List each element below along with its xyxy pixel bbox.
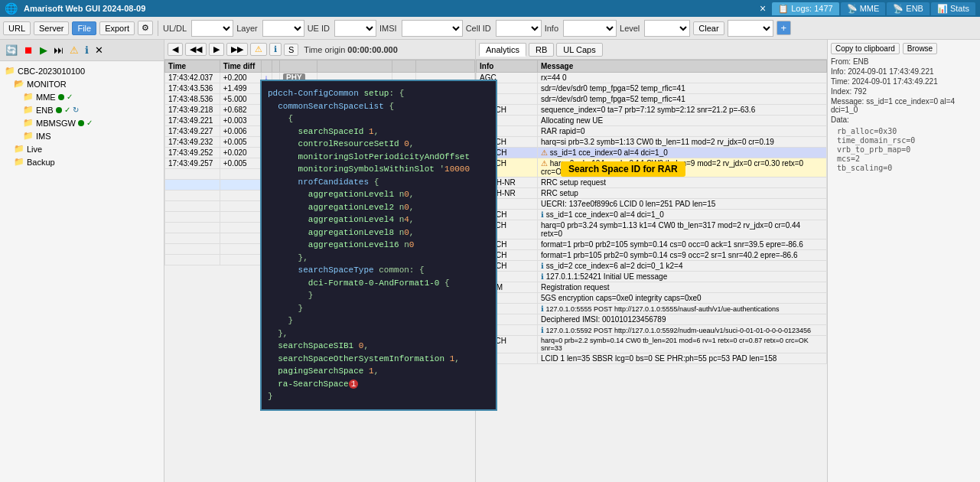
close-left-btn[interactable]: ✕ <box>93 44 106 57</box>
info-center-btn[interactable]: ℹ <box>269 43 282 56</box>
code-line: dci-Format0-0-AndFormat1-0 { <box>268 277 490 290</box>
add-btn[interactable]: + <box>777 21 792 35</box>
tree-item-mbmsgw[interactable]: 📁 MBMSGW ✓ <box>2 116 162 129</box>
tree-item-enb[interactable]: 📁 ENB ✓ ↻ <box>2 103 162 116</box>
tree-item-backup[interactable]: 📁 Backup <box>2 155 162 168</box>
level-select[interactable] <box>644 20 690 37</box>
code-line: monitoringSlotPeriodicityAndOffset <box>268 151 490 164</box>
tree-item-ims[interactable]: 📁 IMS <box>2 129 162 142</box>
list-item[interactable]: PDCCH ℹ ss_id=1 cce_index=0 al=4 dci=1_0 <box>477 210 827 220</box>
folder-icon: 📁 <box>23 92 34 102</box>
tab-mme[interactable]: 📡 MME <box>841 2 886 15</box>
prev2-btn[interactable]: ◀◀ <box>185 43 207 56</box>
info-btn[interactable]: ℹ <box>83 44 91 57</box>
clear-select[interactable] <box>728 20 773 37</box>
tab-analytics[interactable]: Analytics <box>479 43 526 57</box>
info-icon: ℹ <box>541 272 544 281</box>
code-overlay: pdcch-ConfigCommon setup: { commonSearch… <box>260 80 497 411</box>
list-item[interactable]: PDSCH harq=si prb=3.2 symb=1:13 CW0 tb_l… <box>477 137 827 148</box>
tab-ul-caps[interactable]: UL Caps <box>556 43 602 57</box>
tab-enb[interactable]: 📡 ENB <box>887 2 930 15</box>
col-time[interactable]: Time <box>165 60 220 73</box>
list-item[interactable]: PDCCH ⚠ ss_id=1 cce_index=0 al=4 dci=1_0… <box>477 148 827 158</box>
warn-icon: ⚠ <box>541 159 548 168</box>
code-line: aggregationLevel2 n0, <box>268 201 490 214</box>
list-item[interactable]: PDCCH ℹ ss_id=2 cce_index=6 al=2 dci=0_1… <box>477 261 827 272</box>
list-item[interactable]: ℹ 127.0.1.1:52421 Initial UE message <box>477 272 827 282</box>
list-item[interactable]: CCCH-NR RRC setup <box>477 188 827 199</box>
copy-clipboard-btn[interactable]: Copy to clipboard <box>831 43 900 54</box>
ueid-select[interactable] <box>334 20 376 37</box>
tree-item-root[interactable]: 📁 CBC-2023010100 <box>2 64 162 77</box>
list-item[interactable]: ℹ 127.0.1.0:5555 POST http://127.0.1.0:5… <box>477 304 827 314</box>
list-item[interactable]: CCCH-NR RRC setup request <box>477 177 827 188</box>
info-select[interactable] <box>563 20 617 37</box>
url-btn[interactable]: URL <box>3 21 31 35</box>
tab-stats-label: Stats <box>950 4 969 13</box>
list-item[interactable]: PUCCH format=1 prb=0 prb2=105 symb=0.14 … <box>477 239 827 250</box>
warn-center-btn[interactable]: ⚠ <box>250 43 267 56</box>
list-item[interactable]: Allocating new UE <box>477 116 827 126</box>
list-item[interactable]: sdr=/dev/sdr0 temp_fpga=52 temp_rfic=41 <box>477 83 827 94</box>
list-item[interactable]: LCID 1 len=35 SBSR lcg=0 bs=0 SE PHR:ph=… <box>477 353 827 364</box>
info-line2: Time: 2024-09-01 17:43:49.221 <box>831 77 977 86</box>
list-item[interactable]: Deciphered IMSI: 001010123456789 <box>477 314 827 325</box>
code-line: pdcch-ConfigCommon setup: { <box>268 87 490 100</box>
cellid-label: Cell ID <box>466 24 491 33</box>
tree-ims-label: IMS <box>36 132 51 141</box>
list-item[interactable]: sdr=/dev/sdr0 temp_fpga=52 temp_rfic=41 <box>477 94 827 105</box>
list-item[interactable]: ℹ 127.0.1.0:5592 POST http://127.0.1.0:5… <box>477 325 827 336</box>
tree: 📁 CBC-2023010100 📂 MONITOR 📁 MME ✓ 📁 ENB… <box>0 61 164 482</box>
file-btn[interactable]: File <box>72 21 96 35</box>
close-icon[interactable]: × <box>760 2 766 15</box>
tree-item-live[interactable]: 📁 Live <box>2 142 162 155</box>
list-item[interactable]: PDSCH harq=0 prb=3.24 symb=1.13 k1=4 CW0… <box>477 220 827 239</box>
msg-cell: Deciphered IMSI: 001010123456789 <box>538 314 827 325</box>
tab-stats[interactable]: 📊 Stats <box>931 2 975 15</box>
diff-cell: +0.005 <box>220 158 261 169</box>
list-item[interactable]: UECRI: 137ee0f899c6 LCID 0 len=251 PAD l… <box>477 199 827 210</box>
imsi-select[interactable] <box>402 20 463 37</box>
list-item[interactable]: PDSCH harq=0 prb=2.2 symb=0.14 CW0 tb_le… <box>477 336 827 353</box>
skip-btn[interactable]: ⏭ <box>51 44 66 57</box>
col-timediff[interactable]: Time diff <box>220 60 261 73</box>
list-item[interactable]: 5GMM Registration request <box>477 282 827 293</box>
stop-btn[interactable]: ⏹ <box>21 44 36 57</box>
mbmsgw-status <box>78 120 84 126</box>
settings-btn[interactable]: ⚙ <box>138 21 153 35</box>
server-btn[interactable]: Server <box>34 21 69 35</box>
layer-select[interactable] <box>262 20 304 37</box>
browse-btn[interactable]: Browse <box>903 43 937 54</box>
cellid-select[interactable] <box>496 20 542 37</box>
msg-cell msg-blue: RAR rapid=0 <box>538 126 827 137</box>
next2-btn[interactable]: ▶▶ <box>226 43 248 56</box>
list-item[interactable]: 5GS encryption caps=0xe0 integrity caps=… <box>477 293 827 304</box>
tab-logs-label: Logs: <box>791 4 812 13</box>
warn-btn[interactable]: ⚠ <box>67 44 81 57</box>
tab-logs[interactable]: 📋 Logs: 1477 <box>772 2 838 15</box>
tree-live-label: Live <box>27 145 42 154</box>
code-line: nrofCandidates { <box>268 176 490 189</box>
tree-mme-label: MME <box>36 93 56 102</box>
diff-cell: +0.682 <box>220 105 261 116</box>
main-toolbar: URL Server File Export ⚙ UL/DL Layer UE … <box>0 17 980 40</box>
s-btn[interactable]: S <box>284 44 298 56</box>
list-item[interactable]: PRACH sequence_index=0 ta=7 prb=7:12 sym… <box>477 105 827 116</box>
clear-btn[interactable]: Clear <box>693 21 724 35</box>
tree-item-monitor[interactable]: 📂 MONITOR <box>2 77 162 90</box>
right-log[interactable]: Info Message AGC rx=44 0 sdr=/dev/sdr0 t… <box>476 60 827 482</box>
list-item[interactable]: AGC rx=44 0 <box>477 73 827 83</box>
time-origin-value: 00:00:00.000 <box>347 45 397 54</box>
diff-cell: +0.003 <box>220 116 261 126</box>
code-line: searchSpaceType common: { <box>268 264 490 277</box>
next-btn[interactable]: ▶ <box>209 43 224 56</box>
tree-item-mme[interactable]: 📁 MME ✓ <box>2 90 162 103</box>
uldl-select[interactable] <box>191 20 233 37</box>
list-item[interactable]: ℹ RAR rapid=0 <box>477 126 827 137</box>
list-item[interactable]: PUCCH format=1 prb=105 prb2=0 symb=0.14 … <box>477 250 827 261</box>
export-btn[interactable]: Export <box>99 21 135 35</box>
refresh-btn[interactable]: 🔄 <box>3 44 20 57</box>
prev-btn[interactable]: ◀ <box>168 43 183 56</box>
tab-rb[interactable]: RB <box>529 43 554 57</box>
play-btn[interactable]: ▶ <box>37 44 50 57</box>
